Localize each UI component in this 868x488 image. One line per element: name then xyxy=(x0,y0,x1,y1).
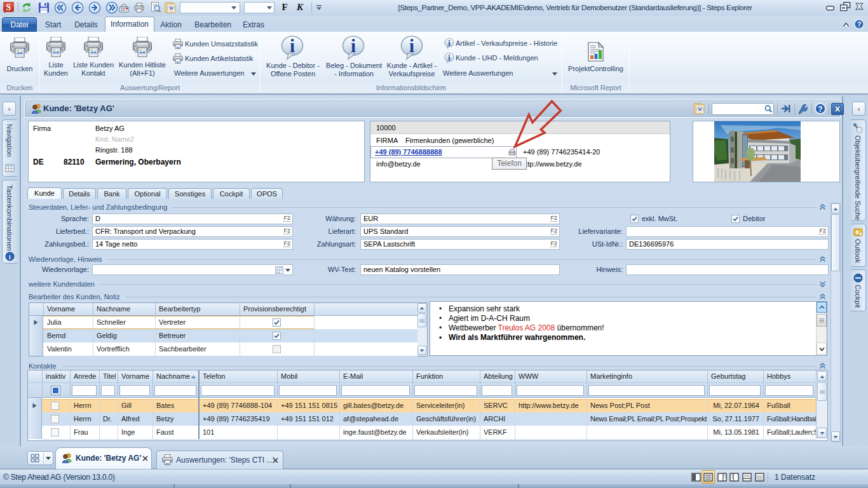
svg-text:?: ? xyxy=(818,105,822,114)
svg-text:i: i xyxy=(9,254,11,261)
svg-text:?: ? xyxy=(857,20,862,28)
svg-text:S: S xyxy=(6,3,11,12)
svg-text:W: W xyxy=(169,6,174,11)
svg-text:W: W xyxy=(698,107,703,112)
